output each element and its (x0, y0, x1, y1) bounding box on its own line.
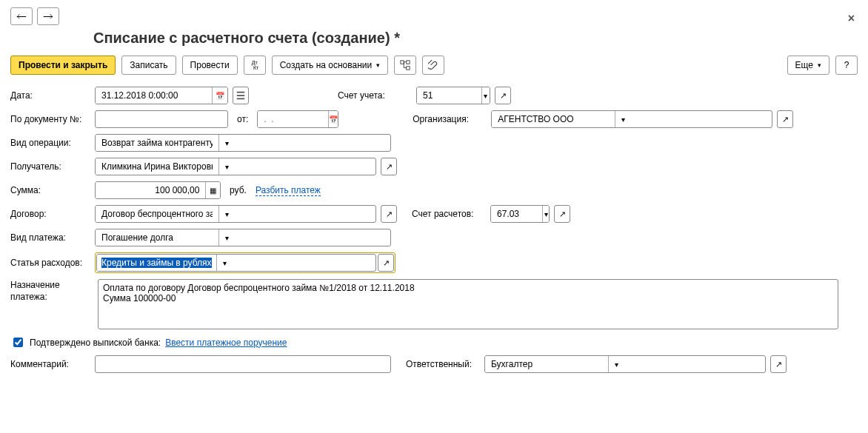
contract-open-button[interactable]: ↗ (381, 205, 397, 223)
settle-acc-input[interactable] (495, 208, 538, 220)
dt-kt-button[interactable]: Дт Кт (244, 56, 266, 75)
dropdown-icon[interactable]: ▾ (608, 356, 624, 372)
dropdown-icon[interactable]: ▾ (615, 111, 631, 127)
split-payment-link[interactable]: Разбить платеж (256, 185, 321, 196)
dropdown-icon[interactable]: ▾ (218, 206, 235, 222)
date-input[interactable] (100, 90, 207, 101)
responsible-label: Ответственный: (406, 359, 480, 369)
dropdown-icon[interactable]: ▾ (218, 158, 235, 175)
currency-label: руб. (230, 185, 247, 195)
pay-type-input[interactable] (100, 232, 214, 244)
settle-acc-open-button[interactable]: ↗ (554, 205, 570, 223)
recipient-label: Получатель: (10, 161, 90, 172)
list-icon (236, 90, 246, 101)
pay-type-label: Вид платежа: (10, 232, 90, 243)
dropdown-icon[interactable]: ▾ (218, 135, 235, 151)
date-extra-button[interactable] (233, 87, 249, 104)
help-button[interactable]: ? (835, 56, 858, 75)
date-label: Дата: (10, 90, 90, 101)
doc-no-input[interactable] (100, 113, 223, 125)
dropdown-icon[interactable]: ▾ (216, 255, 233, 271)
page-title: Списание с расчетного счета (создание) * (93, 30, 858, 47)
dropdown-icon[interactable]: ▾ (218, 229, 235, 246)
close-icon[interactable]: × (848, 12, 855, 25)
contract-label: Договор: (10, 209, 90, 219)
org-label: Организация: (413, 114, 487, 124)
confirmed-checkbox[interactable] (13, 338, 23, 347)
op-type-label: Вид операции: (10, 138, 90, 148)
doc-date-input[interactable] (262, 113, 324, 125)
recipient-open-button[interactable]: ↗ (381, 158, 397, 175)
expense-label: Статья расходов: (10, 258, 90, 268)
create-based-button[interactable]: Создать на основании (272, 56, 389, 75)
account-label: Счет учета: (338, 90, 412, 101)
calendar-icon[interactable]: 📅 (212, 87, 227, 104)
expense-open-button[interactable]: ↗ (378, 254, 394, 272)
sum-input[interactable] (100, 184, 201, 196)
enter-payment-order-link[interactable]: Ввести платежное поручение (165, 338, 287, 348)
expense-input[interactable]: Кредиты и займы в рублях (101, 258, 212, 268)
org-open-button[interactable]: ↗ (777, 110, 793, 128)
tree-icon (400, 60, 410, 70)
comment-input[interactable] (100, 358, 386, 370)
dropdown-icon[interactable]: ▾ (542, 206, 549, 222)
calendar-icon[interactable]: 📅 (328, 111, 338, 127)
svg-rect-1 (407, 61, 410, 64)
account-open-button[interactable]: ↗ (495, 87, 511, 104)
attach-button[interactable] (422, 56, 444, 75)
post-and-close-button[interactable]: Провести и закрыть (10, 56, 116, 75)
dropdown-icon[interactable]: ▾ (481, 87, 490, 104)
from-label: от: (237, 114, 248, 124)
calculator-icon[interactable]: ▦ (205, 182, 220, 198)
structure-button[interactable] (394, 56, 416, 75)
comment-label: Комментарий: (10, 359, 90, 369)
responsible-open-button[interactable]: ↗ (770, 355, 787, 373)
purpose-label: Назначениеплатежа: (10, 279, 90, 303)
responsible-input[interactable] (490, 358, 604, 370)
svg-rect-0 (401, 61, 404, 64)
recipient-input[interactable] (100, 161, 214, 172)
contract-input[interactable] (100, 208, 214, 220)
settle-acc-label: Счет расчетов: (412, 209, 486, 219)
purpose-textarea[interactable] (98, 279, 838, 329)
write-button[interactable]: Записать (121, 56, 176, 75)
paperclip-icon (428, 60, 438, 70)
org-input[interactable] (496, 113, 610, 125)
confirmed-label: Подтверждено выпиской банка: (30, 338, 161, 348)
sum-label: Сумма: (10, 185, 90, 195)
nav-back-button[interactable]: 🡐 (10, 7, 33, 25)
account-input[interactable] (421, 90, 477, 101)
nav-forward-button[interactable]: 🡒 (37, 7, 59, 25)
op-type-input[interactable] (100, 137, 214, 149)
doc-no-label: По документу №: (10, 114, 90, 124)
svg-rect-2 (407, 67, 410, 70)
post-button[interactable]: Провести (182, 56, 238, 75)
more-button[interactable]: Еще (787, 56, 829, 75)
